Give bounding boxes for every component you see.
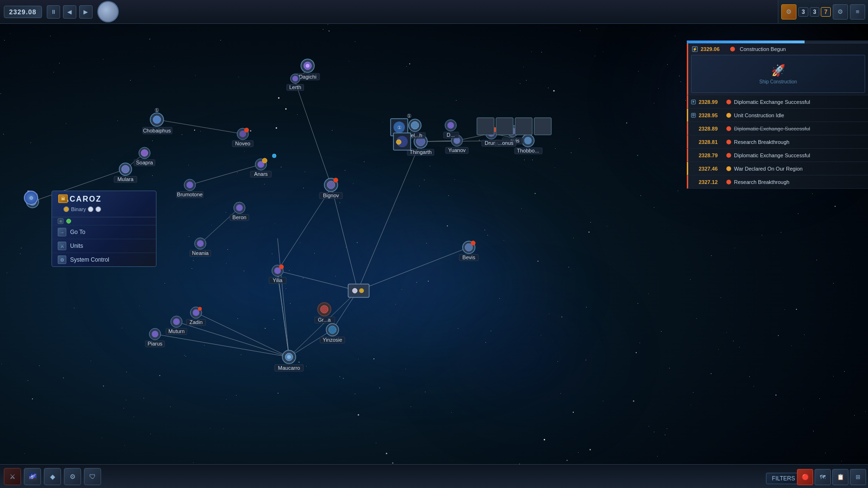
- system-yinzosie[interactable]: Yinzosie: [320, 324, 345, 343]
- event-diplomatic-1[interactable]: ✦ 2328.99 Diplomatic Exchange Successful: [687, 95, 868, 109]
- pacaroz-goto[interactable]: → Go To: [52, 225, 156, 239]
- system-zadin[interactable]: Zadin: [186, 307, 206, 325]
- portrait-frame-thingarth: [393, 133, 411, 150]
- svg-text:Beron: Beron: [232, 214, 246, 220]
- resource-count-3: 7: [821, 7, 831, 17]
- event-text-1: Construction Begun: [740, 46, 865, 52]
- br-icon-list[interactable]: 📋: [832, 469, 848, 485]
- svg-text:Maucarro: Maucarro: [278, 365, 300, 371]
- event-icon-6: [690, 152, 697, 159]
- pacaroz-units[interactable]: ⚔ Units: [52, 239, 156, 253]
- br-icon-grid[interactable]: ⊞: [850, 469, 866, 485]
- svg-line-8: [289, 291, 358, 357]
- goto-icon: →: [58, 228, 66, 236]
- speed-up-button[interactable]: ▶: [79, 5, 93, 19]
- svg-line-19: [200, 208, 239, 244]
- svg-point-131: [524, 137, 532, 144]
- svg-point-92: [193, 309, 199, 316]
- bottom-btn-galaxy[interactable]: 🌌: [24, 468, 41, 485]
- svg-point-67: [236, 204, 243, 211]
- event-research-2[interactable]: 2327.12 Research Breakthrough: [687, 175, 868, 189]
- svg-point-85: [279, 264, 284, 269]
- top-controls: ⏸ ◀ ▶: [47, 5, 93, 19]
- event-diplomatic-3[interactable]: 2328.79 Diplomatic Exchange Successful: [687, 149, 868, 162]
- system-hub-center[interactable]: [348, 284, 369, 297]
- star-white-2: [95, 206, 101, 212]
- system-noveo[interactable]: Noveo: [232, 128, 253, 147]
- speed-down-button[interactable]: ◀: [63, 5, 76, 19]
- event-text-5: Research Breakthrough: [734, 139, 865, 145]
- resource-count-1: 3: [798, 7, 808, 17]
- event-timestamp-7: 2327.46: [699, 166, 723, 172]
- planet-icon[interactable]: [97, 1, 119, 22]
- system-bevis[interactable]: Bevis: [459, 241, 478, 261]
- system-mulara[interactable]: Mulara: [114, 163, 137, 183]
- system-yilia[interactable]: Yilia: [269, 264, 286, 284]
- event-diplomatic-2[interactable]: 2328.89 Diplomatic Exchange Successful: [687, 122, 868, 135]
- svg-text:Bignov: Bignov: [323, 193, 339, 198]
- system-bignov[interactable]: Bignov: [320, 178, 342, 199]
- svg-point-97: [173, 318, 180, 325]
- svg-point-31: [292, 76, 298, 81]
- list-button[interactable]: ≡: [850, 4, 865, 20]
- top-bar: 2329.08 ⏸ ◀ ▶: [0, 0, 868, 24]
- svg-point-135: [411, 122, 419, 129]
- event-war[interactable]: 2327.46 War Declared On Our Region: [687, 162, 868, 175]
- svg-text:Chobaiphus: Chobaiphus: [143, 128, 171, 133]
- svg-text:①: ①: [155, 107, 159, 113]
- event-dot-7: [726, 166, 731, 171]
- svg-line-12: [331, 185, 358, 291]
- br-icon-map[interactable]: 🗺: [815, 469, 831, 485]
- pacaroz-system-control[interactable]: ⚙ System Control: [52, 253, 156, 266]
- system-onus[interactable]: ...onus: [495, 140, 516, 146]
- system-muturn[interactable]: Muturn: [166, 316, 187, 335]
- system-gra[interactable]: Gr...a: [315, 303, 335, 323]
- svg-text:①: ①: [407, 113, 412, 119]
- svg-point-27: [306, 64, 310, 68]
- system-neania[interactable]: Neania: [190, 238, 211, 256]
- bottom-btn-settings[interactable]: ⚙: [64, 468, 81, 485]
- system-brumotone[interactable]: Brumotone: [176, 179, 203, 198]
- svg-text:Yinzosie: Yinzosie: [322, 337, 342, 343]
- system-chobaiphus[interactable]: ① Chobaiphus: [143, 107, 172, 134]
- pause-button[interactable]: ⏸: [47, 5, 60, 19]
- svg-text:Mulara: Mulara: [117, 176, 134, 182]
- system-soapra[interactable]: Soapra: [134, 147, 155, 166]
- options-button[interactable]: ⚙: [833, 4, 848, 20]
- svg-point-89: [352, 288, 357, 293]
- svg-point-101: [152, 331, 158, 337]
- faction-portrait-left[interactable]: ⚙: [24, 191, 38, 205]
- event-text-6: Diplomatic Exchange Successful: [734, 152, 865, 158]
- bottom-right-icons: 🔴 🗺 📋 ⊞: [797, 469, 866, 485]
- event-icon-5: [690, 139, 697, 145]
- event-timestamp-8: 2327.12: [699, 179, 723, 185]
- br-icon-red[interactable]: 🔴: [797, 469, 813, 485]
- event-timestamp-3: 2328.95: [699, 112, 723, 118]
- svg-point-90: [359, 288, 364, 293]
- bottom-btn-cards[interactable]: ◆: [44, 468, 61, 485]
- bottom-btn-faction[interactable]: ⚔: [4, 468, 21, 485]
- bottom-btn-shield[interactable]: 🛡: [84, 468, 101, 485]
- system-d-partial[interactable]: D...: [444, 120, 459, 138]
- svg-line-5: [176, 322, 289, 357]
- svg-text:Thingarth: Thingarth: [410, 149, 432, 155]
- system-beron[interactable]: Beron: [230, 202, 249, 221]
- system-maucarro[interactable]: Maucarro: [275, 350, 303, 371]
- system-piarus[interactable]: Piarus: [145, 328, 165, 347]
- event-unit-idle[interactable]: ⚙ 2328.95 Unit Construction Idle: [687, 109, 868, 122]
- svg-line-23: [358, 142, 421, 291]
- svg-text:Muturn: Muturn: [168, 328, 185, 334]
- svg-rect-159: [515, 118, 532, 135]
- settings-button[interactable]: ⚙: [781, 4, 796, 20]
- filters-button[interactable]: FILTERS: [766, 473, 801, 484]
- system-anars[interactable]: Anars: [250, 158, 271, 177]
- system-control-label: System Control: [70, 256, 109, 263]
- event-dot-5: [726, 140, 731, 144]
- event-timestamp-4: 2328.89: [699, 126, 723, 132]
- svg-line-18: [190, 164, 261, 185]
- event-research-1[interactable]: 2328.81 Research Breakthrough: [687, 135, 868, 149]
- svg-point-35: [153, 116, 161, 123]
- event-timestamp-6: 2328.79: [699, 152, 723, 158]
- event-construction-begun[interactable]: ⚡ 2329.06 Construction Begun 🚀 Ship Cons…: [687, 43, 868, 95]
- event-dot-2: [726, 100, 731, 104]
